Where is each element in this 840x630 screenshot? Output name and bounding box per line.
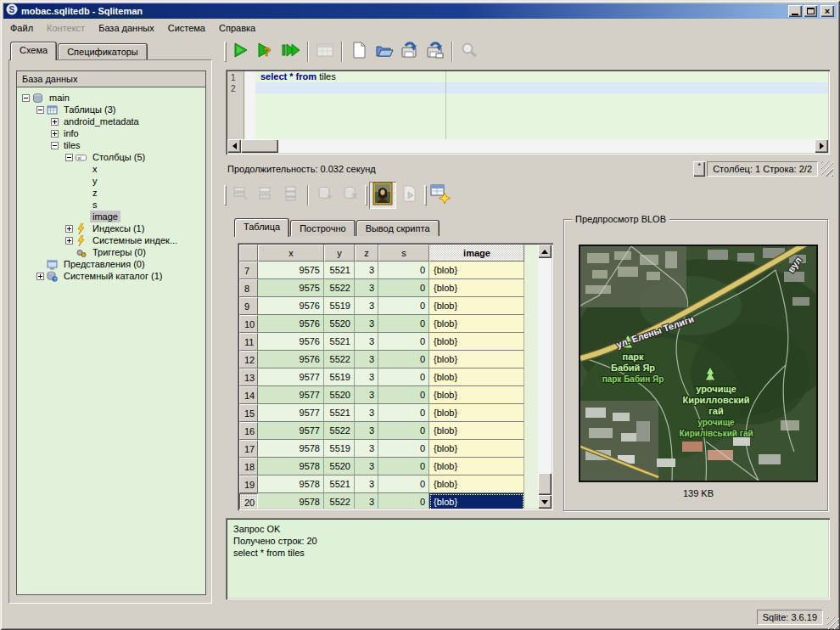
cell-z-19[interactable]: 3 (355, 475, 378, 493)
cell-y-11[interactable]: 5521 (324, 333, 355, 351)
cell-z-20[interactable]: 3 (355, 493, 378, 509)
run-sql-button[interactable] (228, 40, 252, 64)
cell-s-15[interactable]: 0 (378, 404, 429, 422)
cell-z-9[interactable]: 3 (355, 297, 378, 315)
cell-y-12[interactable]: 5522 (324, 351, 355, 368)
row-header-13[interactable]: 13 (239, 368, 258, 386)
cell-s-14[interactable]: 0 (378, 386, 429, 404)
cell-s-9[interactable]: 0 (378, 297, 429, 315)
message-log[interactable]: Запрос OKПолучено строк: 20select * from… (226, 518, 830, 599)
cell-s-10[interactable]: 0 (378, 315, 429, 333)
cell-z-16[interactable]: 3 (355, 422, 378, 440)
sql-editor[interactable]: 1 2 select * from tiles (226, 70, 830, 155)
cell-x-9[interactable]: 9576 (258, 297, 324, 315)
cell-y-19[interactable]: 5521 (324, 475, 355, 493)
cell-image-15[interactable]: {blob} (429, 404, 524, 422)
cell-z-17[interactable]: 3 (355, 440, 378, 458)
cell-image-20[interactable]: {blob} (429, 493, 524, 509)
tree-item-col-y[interactable]: y (17, 175, 205, 187)
cell-z-8[interactable]: 3 (355, 279, 378, 297)
menu-system[interactable]: Система (161, 20, 212, 36)
tree-item-tables[interactable]: Таблицы (3) (17, 104, 205, 115)
menu-file[interactable]: Файл (3, 20, 40, 36)
expand-icon[interactable] (51, 118, 59, 126)
cell-image-14[interactable]: {blob} (429, 386, 524, 404)
cell-x-7[interactable]: 9575 (258, 262, 324, 279)
cell-image-9[interactable]: {blob} (429, 297, 524, 315)
row-header-16[interactable]: 16 (239, 422, 258, 440)
tree-item-triggers[interactable]: Триггеры (0) (17, 246, 205, 258)
cell-x-18[interactable]: 9578 (258, 458, 324, 475)
cell-s-18[interactable]: 0 (378, 458, 429, 475)
cell-s-17[interactable]: 0 (378, 440, 429, 458)
cell-x-11[interactable]: 9576 (258, 333, 324, 351)
cell-image-12[interactable]: {blob} (429, 351, 524, 368)
collapse-icon[interactable] (22, 94, 30, 102)
cell-s-13[interactable]: 0 (378, 368, 429, 386)
toolbar-handle[interactable] (224, 185, 227, 205)
editor-hscrollbar[interactable] (227, 139, 828, 153)
expand-icon[interactable] (65, 237, 73, 245)
cell-z-12[interactable]: 3 (355, 351, 378, 368)
toolbar-handle[interactable] (365, 185, 367, 205)
save-script-button[interactable] (398, 40, 422, 64)
create-view-button[interactable] (428, 183, 452, 207)
cell-x-12[interactable]: 9576 (258, 351, 324, 368)
row-header-19[interactable]: 19 (239, 475, 258, 493)
cell-image-19[interactable]: {blob} (429, 475, 524, 493)
cell-y-13[interactable]: 5519 (324, 368, 355, 386)
cell-image-13[interactable]: {blob} (429, 368, 524, 386)
tree-item-col-image[interactable]: image (17, 211, 205, 222)
collapse-icon[interactable] (36, 106, 44, 114)
column-header-x[interactable]: x (258, 245, 324, 262)
cell-y-9[interactable]: 5519 (324, 297, 355, 315)
tree-item-col-z[interactable]: z (17, 187, 205, 199)
column-header-s[interactable]: s (378, 245, 429, 262)
resize-grip[interactable] (827, 617, 839, 629)
row-header-8[interactable]: 8 (239, 279, 258, 297)
tree-item-col-s[interactable]: s (17, 199, 205, 211)
title-bar[interactable]: S mobac.sqlitedb - Sqliteman × (3, 3, 837, 19)
scroll-up-button[interactable] (538, 245, 552, 258)
cell-y-16[interactable]: 5522 (324, 422, 355, 440)
cell-x-13[interactable]: 9577 (258, 368, 324, 386)
row-header-15[interactable]: 15 (239, 404, 258, 422)
menu-database[interactable]: База данных (92, 20, 161, 36)
cell-z-18[interactable]: 3 (355, 458, 378, 475)
explain-sql-button[interactable]: ? (254, 40, 277, 64)
scroll-right-button[interactable] (815, 139, 828, 153)
minimize-button[interactable] (788, 5, 802, 17)
tree-item-info[interactable]: info (17, 127, 205, 139)
expand-icon[interactable] (65, 225, 73, 233)
collapse-icon[interactable] (51, 142, 59, 149)
row-header-12[interactable]: 12 (239, 351, 258, 368)
cell-z-11[interactable]: 3 (355, 333, 378, 351)
tab-specifiers[interactable]: Спецификаторы (58, 43, 148, 59)
cell-z-15[interactable]: 3 (355, 404, 378, 422)
cell-s-7[interactable]: 0 (378, 262, 429, 279)
cell-z-14[interactable]: 3 (355, 386, 378, 404)
cell-y-18[interactable]: 5520 (324, 458, 355, 475)
close-button[interactable]: × (820, 5, 834, 17)
tab-schema[interactable]: Схема (10, 42, 57, 60)
cell-s-12[interactable]: 0 (378, 351, 429, 368)
cell-x-16[interactable]: 9577 (258, 422, 324, 440)
open-script-button[interactable] (372, 40, 396, 64)
cell-z-7[interactable]: 3 (355, 262, 378, 279)
row-header-14[interactable]: 14 (239, 386, 258, 404)
tree-item-android-metadata[interactable]: android_metadata (17, 115, 205, 127)
expand-icon[interactable] (36, 273, 44, 280)
cell-image-8[interactable]: {blob} (429, 279, 524, 297)
cell-image-11[interactable]: {blob} (429, 333, 524, 351)
tree-item-indexes[interactable]: Индексы (1) (17, 222, 205, 234)
cell-s-19[interactable]: 0 (378, 475, 429, 493)
tree-item-tiles[interactable]: tiles (17, 139, 205, 151)
cell-s-11[interactable]: 0 (378, 333, 429, 351)
scroll-left-button[interactable] (227, 139, 241, 153)
cell-z-13[interactable]: 3 (355, 368, 378, 386)
blob-preview-toggle-button[interactable] (369, 182, 396, 209)
row-header-17[interactable]: 17 (239, 440, 258, 458)
cell-x-19[interactable]: 9578 (258, 475, 324, 493)
tab-itemview[interactable]: Построчно (290, 220, 355, 236)
tree-item-system-catalog[interactable]: ?Системный каталог (1) (17, 270, 205, 282)
